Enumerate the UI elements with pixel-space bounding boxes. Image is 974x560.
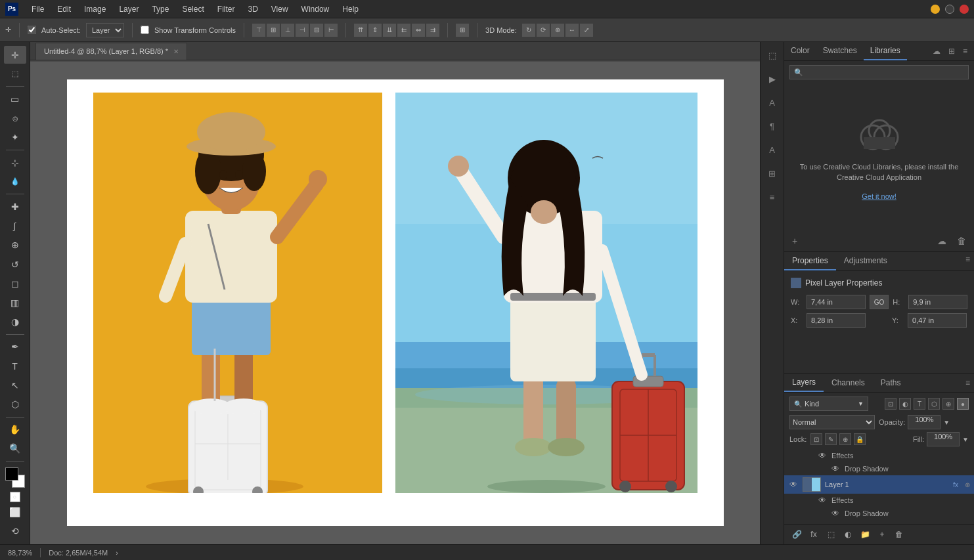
- dodge-tool[interactable]: ◑: [4, 313, 26, 331]
- foreground-color-swatch[interactable]: [5, 467, 18, 481]
- props-w-value[interactable]: 7,44 in: [807, 295, 866, 309]
- menu-3d[interactable]: 3D: [242, 3, 263, 15]
- align-hcenter-btn[interactable]: ⊟: [310, 24, 323, 37]
- hand-tool[interactable]: ✋: [4, 420, 26, 438]
- layers-new-btn[interactable]: +: [875, 527, 889, 542]
- tab-color[interactable]: Color: [784, 42, 816, 60]
- align-bottom-btn[interactable]: ⊥: [281, 24, 294, 37]
- menu-image[interactable]: Image: [79, 3, 111, 15]
- move-tool[interactable]: ✛: [4, 46, 26, 64]
- panel-grid-icon[interactable]: ⊞: [946, 44, 958, 58]
- libraries-search-input[interactable]: 🔍: [789, 65, 969, 79]
- drop-shadow-vis-1[interactable]: 👁: [830, 463, 841, 474]
- marquee-tool[interactable]: ▭: [4, 90, 26, 108]
- libraries-link[interactable]: Get it now!: [862, 192, 897, 200]
- menu-file[interactable]: File: [26, 3, 49, 15]
- zoom-tool[interactable]: 🔍: [4, 440, 26, 458]
- panel-icon-stroke[interactable]: A: [763, 140, 782, 159]
- panel-icon-paragraph[interactable]: ¶: [763, 117, 782, 135]
- layer-1-options[interactable]: ⊕: [965, 481, 970, 488]
- color-swatches[interactable]: [4, 467, 26, 488]
- lib-cloud-btn[interactable]: ☁: [933, 234, 950, 248]
- history-brush-tool[interactable]: ↺: [4, 255, 26, 273]
- artboard-tool[interactable]: ⬚: [4, 65, 26, 83]
- props-collapse-btn[interactable]: ≡: [965, 255, 970, 264]
- lock-artboard-btn[interactable]: ⊕: [839, 433, 851, 445]
- quick-mask-btn[interactable]: ○: [10, 492, 20, 502]
- distribute-top-btn[interactable]: ⇈: [354, 24, 367, 37]
- panel-icon-play[interactable]: ▶: [763, 70, 782, 88]
- tab-swatches[interactable]: Swatches: [816, 42, 864, 60]
- distribute-left-btn[interactable]: ⇇: [397, 24, 410, 37]
- layer-filter-shape[interactable]: ⬡: [928, 398, 940, 410]
- align-top-btn[interactable]: ⊤: [252, 24, 265, 37]
- props-x-value[interactable]: 8,28 in: [807, 313, 866, 328]
- menu-select[interactable]: Select: [177, 3, 209, 15]
- panel-icon-text[interactable]: A: [763, 93, 782, 112]
- clone-tool[interactable]: ⊕: [4, 236, 26, 254]
- canvas-tab[interactable]: Untitled-4 @ 88,7% (Layer 1, RGB/8) * ✕: [35, 43, 187, 60]
- arrange-btn[interactable]: ⊞: [456, 24, 469, 37]
- layer-filter-smart[interactable]: ⊕: [942, 398, 954, 410]
- 3d-scale-btn[interactable]: ⤢: [580, 24, 593, 37]
- tab-close-btn[interactable]: ✕: [173, 48, 179, 55]
- auto-select-checkbox[interactable]: [28, 26, 36, 34]
- distribute-hcenter-btn[interactable]: ⇔: [412, 24, 425, 37]
- layer-filter-adj[interactable]: ◐: [899, 398, 911, 410]
- layer-1-fx[interactable]: fx: [953, 481, 958, 488]
- lock-pixels-btn[interactable]: ⊡: [810, 433, 822, 445]
- layers-mask-btn[interactable]: ⬚: [824, 527, 838, 542]
- layers-filter-dropdown[interactable]: 🔍 Kind ▼: [789, 397, 868, 411]
- pen-tool[interactable]: ✒: [4, 338, 26, 356]
- frame-tool[interactable]: ⬜: [4, 504, 26, 521]
- layers-group-btn[interactable]: 📁: [858, 527, 872, 542]
- maximize-btn[interactable]: [945, 5, 954, 14]
- doc-info-arrow[interactable]: ›: [116, 549, 118, 557]
- panel-icon-grid[interactable]: ⊞: [763, 164, 782, 183]
- canvas-scroll[interactable]: [30, 60, 760, 544]
- layer-filter-toggle[interactable]: ●: [957, 398, 969, 410]
- layer-1-item[interactable]: 👁 Layer 1 fx ⊕: [784, 475, 974, 494]
- text-tool[interactable]: T: [4, 357, 26, 375]
- panel-collapse-icon[interactable]: ≡: [960, 44, 970, 58]
- layers-collapse-btn[interactable]: ≡: [965, 378, 970, 387]
- tab-adjustments[interactable]: Adjustments: [836, 252, 895, 270]
- layer-1-vis[interactable]: 👁: [788, 479, 799, 490]
- drop-shadow-vis-2[interactable]: 👁: [830, 508, 841, 519]
- tab-libraries[interactable]: Libraries: [864, 42, 907, 60]
- align-right-btn[interactable]: ⊢: [324, 24, 338, 37]
- lock-all-btn[interactable]: 🔒: [854, 433, 866, 445]
- lib-trash-btn[interactable]: 🗑: [953, 234, 970, 248]
- align-left-btn[interactable]: ⊣: [296, 24, 309, 37]
- auto-select-dropdown[interactable]: Layer: [86, 23, 124, 37]
- panel-icon-history[interactable]: ≡: [763, 188, 782, 206]
- distribute-bottom-btn[interactable]: ⇊: [383, 24, 396, 37]
- crop-tool[interactable]: ⊹: [4, 154, 26, 171]
- eraser-tool[interactable]: ◻: [4, 274, 26, 292]
- brush-tool[interactable]: ∫: [4, 217, 26, 234]
- blend-mode-dropdown[interactable]: Normal: [789, 415, 875, 429]
- opacity-value[interactable]: 100%: [908, 415, 941, 429]
- distribute-right-btn[interactable]: ⇉: [426, 24, 439, 37]
- shape-tool[interactable]: ⬡: [4, 395, 26, 413]
- tab-layers[interactable]: Layers: [784, 374, 824, 392]
- align-vcenter-btn[interactable]: ⊞: [267, 24, 280, 37]
- path-select-tool[interactable]: ↖: [4, 376, 26, 394]
- menu-filter[interactable]: Filter: [212, 3, 240, 15]
- 3d-slide-btn[interactable]: ↔: [565, 24, 579, 37]
- layers-link-btn[interactable]: 🔗: [789, 527, 804, 542]
- tab-channels[interactable]: Channels: [824, 374, 873, 391]
- props-h-value[interactable]: 9,9 in: [908, 295, 967, 309]
- lock-position-btn[interactable]: ✎: [825, 433, 837, 445]
- effects-vis-1[interactable]: 👁: [817, 450, 828, 461]
- opacity-chevron[interactable]: ▼: [943, 419, 950, 426]
- tab-paths[interactable]: Paths: [873, 374, 909, 391]
- distribute-vcenter-btn[interactable]: ⇕: [368, 24, 382, 37]
- 3d-roll-btn[interactable]: ⟳: [537, 24, 550, 37]
- heal-tool[interactable]: ✚: [4, 198, 26, 215]
- menu-help[interactable]: Help: [337, 3, 364, 15]
- menu-layer[interactable]: Layer: [114, 3, 144, 15]
- fill-value[interactable]: 100%: [927, 432, 960, 446]
- layers-adj-btn[interactable]: ◐: [841, 527, 855, 542]
- menu-edit[interactable]: Edit: [52, 3, 76, 15]
